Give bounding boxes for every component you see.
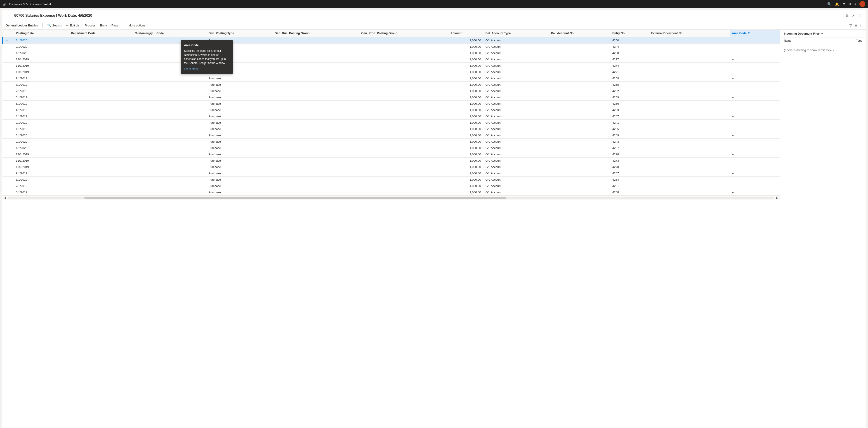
- department-code-cell: [69, 177, 132, 183]
- row-selector-cell: [2, 63, 14, 69]
- external-document-no-cell: [649, 145, 730, 151]
- edit-list-button[interactable]: ✏ Edit List: [64, 23, 82, 28]
- top-nav-icons: 🔍 🔔 ⚑ ⚙ ? F: [827, 1, 865, 7]
- gen-posting-type-cell: Purchase: [206, 151, 272, 158]
- external-document-no-cell: [649, 189, 730, 195]
- external-document-no-cell: [649, 37, 730, 43]
- waffle-icon[interactable]: ⊞: [3, 2, 6, 6]
- entry-no-cell: 4243: [610, 139, 649, 145]
- process-button[interactable]: Process: [83, 23, 97, 28]
- help-icon[interactable]: ?: [855, 2, 856, 6]
- toolbar: General Ledger Entries 🔍 Search ✏ Edit L…: [2, 21, 866, 30]
- avatar[interactable]: F: [860, 1, 865, 7]
- amount-cell: 1,000.00: [448, 132, 483, 139]
- back-button[interactable]: ←: [6, 12, 12, 19]
- table-row: 10/1/2019Purchase1,000.00G/L Account4271…: [2, 69, 780, 75]
- close-icon[interactable]: ✕: [858, 13, 862, 19]
- external-document-no-cell: [649, 101, 730, 107]
- table-row: 6/1/2019Purchase1,000.00G/L Account4258–: [2, 189, 780, 195]
- row-selector-cell: [2, 120, 14, 126]
- table-row: 2/1/2020Purchase1,000.00G/L Account4244–: [2, 43, 780, 50]
- row-selector-cell: [2, 164, 14, 170]
- scroll-track[interactable]: [8, 197, 774, 199]
- bal-account-no-cell: [549, 37, 610, 43]
- gen-prod-posting-group-cell: [359, 126, 448, 132]
- scroll-right-button[interactable]: ▶: [775, 196, 779, 200]
- entry-no-cell: 4276: [610, 151, 649, 158]
- amount-cell: 1,000.00: [448, 145, 483, 151]
- col-area-code[interactable]: Area Code ▼: [730, 30, 780, 37]
- filter-icon[interactable]: ▽: [848, 23, 853, 28]
- expand-icon[interactable]: ↗: [851, 13, 856, 19]
- department-code-cell: [69, 132, 132, 139]
- amount-cell: 1,000.00: [448, 56, 483, 63]
- gen-posting-type-cell: Purchase: [206, 120, 272, 126]
- customergroup-code-cell: [132, 177, 206, 183]
- more-options-button[interactable]: More options: [127, 23, 147, 28]
- entry-no-cell: 4256: [610, 101, 649, 107]
- entry-no-cell: 4270: [610, 164, 649, 170]
- scroll-thumb[interactable]: [84, 197, 506, 199]
- amount-cell: 1,000.00: [448, 151, 483, 158]
- gen-posting-type-cell: Purchase: [206, 126, 272, 132]
- external-document-no-cell: [649, 120, 730, 126]
- department-code-cell: [69, 164, 132, 170]
- col-bal-account-no: Bal. Account No.: [549, 30, 610, 37]
- customergroup-code-cell: [132, 132, 206, 139]
- posting-date-cell: 3/1/2020: [13, 132, 69, 139]
- info-icon[interactable]: ℹ: [860, 23, 862, 28]
- area-code-cell: –: [730, 63, 780, 69]
- search-icon[interactable]: 🔍: [827, 2, 832, 6]
- page-button[interactable]: Page: [110, 23, 120, 28]
- search-button[interactable]: 🔍 Search: [45, 23, 63, 28]
- posting-date-cell: 2/1/2019: [13, 120, 69, 126]
- horizontal-scrollbar[interactable]: ◀ ▶: [2, 195, 780, 200]
- col-entry-no: Entry No.: [610, 30, 649, 37]
- right-panel-toggle[interactable]: ∨: [821, 32, 823, 35]
- scroll-left-button[interactable]: ◀: [3, 196, 7, 200]
- bal-account-no-cell: [549, 120, 610, 126]
- right-panel-title: Incoming Document Files: [784, 32, 819, 35]
- external-document-no-cell: [649, 69, 730, 75]
- external-document-no-cell: [649, 75, 730, 82]
- gen-posting-type-cell: Purchase: [206, 107, 272, 113]
- bal-account-no-cell: [549, 56, 610, 63]
- area-code-dropdown-icon[interactable]: ▼: [747, 31, 750, 35]
- gen-prod-posting-group-cell: [359, 183, 448, 189]
- posting-date-link[interactable]: 3/1/2020: [16, 39, 27, 42]
- posting-date-cell: 7/1/2019: [13, 183, 69, 189]
- department-code-cell: [69, 107, 132, 113]
- row-selector-cell: [2, 75, 14, 82]
- row-selector-cell: [2, 113, 14, 120]
- gen-bus-posting-group-cell: [272, 69, 359, 75]
- bal-account-no-cell: [549, 63, 610, 69]
- row-selector-cell: [2, 94, 14, 101]
- row-selector-cell: [2, 170, 14, 177]
- posting-date-cell: 1/1/2020: [13, 145, 69, 151]
- col-posting-date[interactable]: Posting Date ↓: [13, 30, 69, 37]
- entry-no-cell: 4253: [610, 107, 649, 113]
- gen-prod-posting-group-cell: [359, 94, 448, 101]
- col-gen-prod-posting-group: Gen. Prod. Posting Group: [359, 30, 448, 37]
- window-icon[interactable]: ⧉: [845, 13, 849, 19]
- list-view-icon[interactable]: ☰: [854, 23, 859, 28]
- posting-date-cell: 12/1/2019: [13, 56, 69, 63]
- bal-account-type-cell: G/L Account: [483, 177, 549, 183]
- bal-account-type-cell: G/L Account: [483, 56, 549, 63]
- entry-button[interactable]: Entry: [98, 23, 108, 28]
- row-selector-cell: [2, 139, 14, 145]
- tooltip-learn-more-link[interactable]: Learn more: [184, 67, 230, 71]
- area-code-cell: –: [730, 189, 780, 195]
- amount-cell: 1,000.00: [448, 170, 483, 177]
- notification-icon[interactable]: 🔔: [835, 2, 839, 6]
- settings-icon[interactable]: ⚙: [848, 2, 851, 6]
- amount-cell: 1,000.00: [448, 120, 483, 126]
- area-code-cell: –: [730, 113, 780, 120]
- amount-cell: 1,000.00: [448, 139, 483, 145]
- area-code-cell: –: [730, 151, 780, 158]
- gen-bus-posting-group-cell: [272, 43, 359, 50]
- flag-icon[interactable]: ⚑: [842, 2, 845, 6]
- row-selector-cell: [2, 43, 14, 50]
- department-code-cell: [69, 151, 132, 158]
- table-area[interactable]: Posting Date ↓ Department Code Customerg…: [2, 30, 780, 428]
